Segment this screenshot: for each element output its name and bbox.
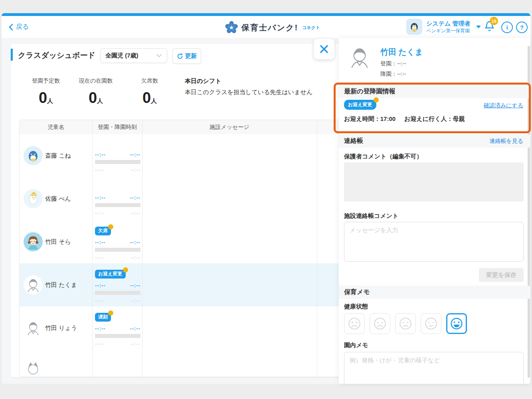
face-very-bad-icon [346, 316, 362, 332]
stat-label: 現在の在園数 [79, 77, 113, 85]
facility-comment-label: 施設連絡帳コメント [344, 212, 398, 220]
refresh-icon [177, 53, 183, 59]
stat-label: 欠席数 [141, 77, 158, 85]
stat-unit: 人 [151, 97, 157, 104]
attendance-times: --:----:-- --:----:-- [95, 282, 140, 304]
child-name: 竹田 そら [45, 238, 71, 246]
attendance-times: --:----:-- --:----:-- [95, 195, 140, 216]
penguin-avatar-icon [409, 21, 420, 32]
notifications-button[interactable]: 19 [484, 21, 496, 33]
chevron-down-icon [476, 26, 481, 28]
child-detail-panel: 竹田 たくま 登園：--:-- 降園：--:-- 最新の登降園情報 お迎え変更 … [339, 38, 530, 384]
boy-gray-avatar-icon [24, 319, 42, 337]
chevron-down-icon [156, 53, 162, 58]
child-avatar-large [346, 44, 373, 70]
stat-unit: 人 [47, 97, 53, 104]
class-filter-select[interactable]: 全園児 (7歳) [100, 48, 167, 63]
save-changes-button[interactable]: 変更を保存 [479, 268, 524, 282]
column-divider [92, 120, 93, 377]
health-state-label: 健康状態 [344, 303, 368, 310]
health-state-4-button[interactable] [421, 313, 441, 334]
girl-avatar-icon [24, 233, 42, 251]
health-state-3-button[interactable] [395, 313, 416, 334]
info-button[interactable]: i [501, 22, 513, 33]
time-progress-bar [95, 248, 140, 252]
app-logo: 保育士バンク! コネクト [225, 21, 320, 34]
refresh-button[interactable]: 更新 [172, 48, 201, 64]
attendance-times: --:----:-- --:----:-- [95, 239, 140, 261]
stat-value: 0 [89, 89, 97, 106]
child-avatar [24, 360, 43, 377]
health-state-1-button[interactable] [344, 313, 365, 334]
penguin-hat-avatar-icon [24, 190, 42, 207]
view-contact-book-link[interactable]: 連絡帳を見る [489, 138, 523, 145]
child-avatar [24, 146, 43, 165]
unread-dot [123, 267, 128, 273]
health-state-5-button-selected[interactable] [446, 313, 467, 334]
care-memo-section-header: 保育メモ [339, 286, 530, 299]
stat-value: 0 [39, 89, 47, 106]
unread-dot [108, 310, 113, 316]
close-panel-button[interactable] [314, 39, 334, 59]
latest-info-title: 最新の登降園情報 [344, 87, 395, 96]
boy-gray-avatar-icon [346, 44, 373, 70]
health-state-2-button[interactable] [370, 313, 390, 334]
user-menu[interactable]: システム 管理者 ペンギン第一保育園 [406, 19, 481, 35]
back-button[interactable]: 戻る [9, 23, 29, 31]
cat-gray-avatar-icon [24, 361, 42, 377]
panel-child-name: 竹田 たくま [380, 47, 423, 57]
child-name: 竹田 たくま [45, 281, 77, 289]
boy-gray-avatar-icon [24, 276, 42, 294]
child-avatar [24, 232, 43, 251]
class-filter-value: 全園児 (7歳) [105, 52, 138, 59]
stat-absent: 欠席数 0人 [132, 77, 168, 105]
shift-title: 本日のシフト [185, 77, 221, 85]
status-badge: 遅刻 [95, 313, 111, 322]
guardian-comment-box [344, 162, 524, 201]
user-organization: ペンギン第一保育園 [426, 28, 471, 34]
column-divider [317, 120, 317, 377]
face-good-icon [423, 316, 439, 332]
sakura-flower-icon [225, 21, 238, 34]
attendance-times: --:----:-- --:----:-- [95, 326, 140, 347]
child-name: 佐藤 ぺん [45, 195, 71, 203]
facility-comment-input[interactable] [344, 222, 524, 262]
attendance-times: --:----:-- --:----:-- [95, 152, 140, 173]
penguin-blue-avatar-icon [24, 147, 42, 164]
departure-time: --:-- [130, 152, 140, 158]
logo-subtitle: コネクト [302, 25, 320, 31]
stat-expected-arrivals: 登園予定数 0人 [24, 77, 68, 105]
pickup-person: お迎えに行く人：母親 [404, 115, 465, 123]
face-neutral-icon [398, 316, 413, 332]
arrival-time: --:-- [95, 152, 106, 158]
unread-dot [108, 224, 113, 229]
face-bad-icon [372, 316, 388, 332]
back-label: 戻る [16, 23, 29, 31]
health-state-selector [344, 313, 467, 334]
page-title: クラスダッシュボード [18, 50, 95, 61]
contact-book-title: 連絡帳 [344, 137, 363, 145]
time-progress-bar [95, 291, 140, 295]
shift-message: 本日このクラスを担当している先生はいません [185, 89, 312, 96]
stat-label: 登園予定数 [32, 77, 60, 85]
facility-memo-input[interactable] [344, 352, 524, 384]
child-name: 竹田 りょう [45, 324, 77, 332]
user-name: システム 管理者 [426, 20, 471, 28]
pickup-time: お迎え時間：17:00 [344, 115, 396, 123]
pickup-info-line: お迎え時間：17:00 お迎えに行く人：母親 [344, 115, 465, 123]
contact-book-section-header: 連絡帳 連絡帳を見る [339, 134, 530, 148]
user-avatar [406, 19, 422, 35]
status-badge: 欠席 [95, 227, 111, 235]
column-header-name: 児童名 [47, 124, 64, 131]
pickup-change-badge: お迎え変更 [344, 100, 376, 110]
child-avatar [24, 318, 43, 338]
info-icon: i [506, 24, 508, 31]
help-button[interactable]: ? [516, 22, 528, 33]
time-progress-bar [95, 160, 140, 164]
panel-arrival-time: 登園：--:-- [380, 60, 406, 67]
mark-confirmed-link[interactable]: 確認済みにする [484, 102, 523, 109]
top-accent-bar [2, 13, 530, 16]
title-accent-bar [11, 49, 13, 61]
child-avatar [24, 275, 43, 294]
column-header-message: 施設メッセージ [210, 124, 249, 131]
